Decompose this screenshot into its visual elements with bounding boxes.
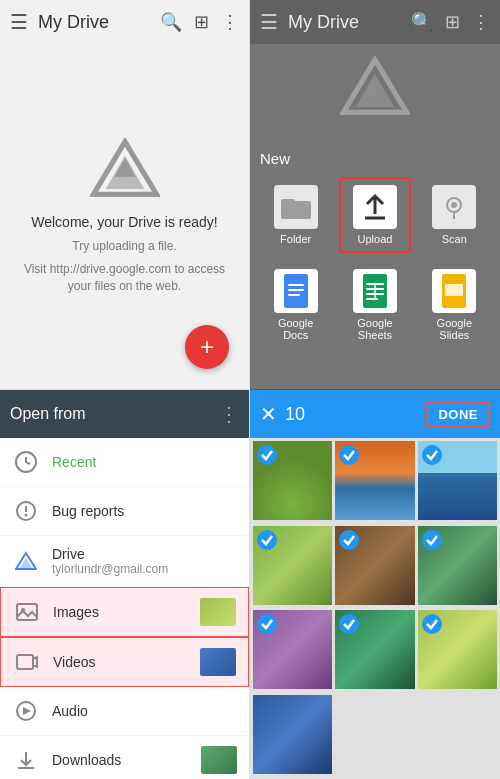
videos-info: Videos <box>53 654 196 670</box>
more-icon[interactable]: ⋮ <box>221 11 239 33</box>
photo-cell[interactable] <box>418 610 497 689</box>
svg-rect-20 <box>366 298 378 300</box>
images-info: Images <box>53 604 196 620</box>
svg-rect-15 <box>288 294 300 296</box>
photo-cell[interactable] <box>335 526 414 605</box>
svg-marker-35 <box>23 707 31 715</box>
images-thumb <box>200 598 236 626</box>
check-badge <box>257 530 277 550</box>
check-badge <box>339 614 359 634</box>
svg-rect-7 <box>281 199 295 205</box>
downloads-icon <box>12 746 40 774</box>
new-items-grid: Folder Upload Scan <box>250 173 500 359</box>
bl-title: Open from <box>10 405 219 423</box>
check-badge <box>422 614 442 634</box>
check-badge <box>422 530 442 550</box>
tr-hamburger-icon[interactable]: ☰ <box>260 10 278 34</box>
svg-marker-5 <box>365 76 386 95</box>
gslides-icon <box>432 269 476 313</box>
tr-grid-icon[interactable]: ⊞ <box>445 11 460 33</box>
tr-icons: 🔍 ⊞ ⋮ <box>411 11 490 33</box>
open-list: Recent Bug reports <box>0 438 249 779</box>
fab-button[interactable]: + <box>185 325 229 369</box>
selection-count: 10 <box>285 404 426 425</box>
photo-cell[interactable] <box>253 610 332 689</box>
folder-icon <box>274 185 318 229</box>
new-gslides-item[interactable]: Google Slides <box>419 261 490 349</box>
tl-title: My Drive <box>38 12 160 33</box>
top-left-panel: ☰ My Drive 🔍 ⊞ ⋮ Welcome, your Drive is … <box>0 0 250 390</box>
list-item[interactable]: Drive tylorlundr@gmail.com <box>0 536 249 587</box>
recent-name: Recent <box>52 454 237 470</box>
hamburger-icon[interactable]: ☰ <box>10 10 28 34</box>
downloads-info: Downloads <box>52 752 197 768</box>
audio-info: Audio <box>52 703 237 719</box>
svg-rect-14 <box>288 289 304 291</box>
check-badge <box>257 614 277 634</box>
list-item[interactable]: Bug reports <box>0 487 249 536</box>
bottom-left-panel: Open from ⋮ Recent Bug reports <box>0 390 250 779</box>
svg-rect-13 <box>288 284 304 286</box>
videos-icon <box>13 648 41 676</box>
gslides-label: Google Slides <box>425 317 484 341</box>
bug-name: Bug reports <box>52 503 237 519</box>
drive-icon <box>12 547 40 575</box>
new-gdocs-item[interactable]: Google Docs <box>260 261 331 349</box>
check-badge <box>339 530 359 550</box>
photo-cell[interactable] <box>418 526 497 605</box>
gdocs-label: Google Docs <box>266 317 325 341</box>
done-button[interactable]: DONE <box>426 401 490 428</box>
downloads-name: Downloads <box>52 752 197 768</box>
welcome-text: Welcome, your Drive is ready! <box>31 214 217 230</box>
new-upload-item[interactable]: Upload <box>339 177 410 253</box>
check-badge <box>339 445 359 465</box>
tr-more-icon[interactable]: ⋮ <box>472 11 490 33</box>
images-icon <box>13 598 41 626</box>
svg-point-27 <box>25 514 28 517</box>
list-item[interactable]: Recent <box>0 438 249 487</box>
photo-cell[interactable] <box>335 441 414 520</box>
photo-cell[interactable] <box>253 441 332 520</box>
check-badge <box>422 445 442 465</box>
new-gsheets-item[interactable]: Google Sheets <box>339 261 410 349</box>
sub-text2: Visit http://drive.google.com to access … <box>20 261 229 295</box>
scan-label: Scan <box>442 233 467 245</box>
photo-cell[interactable] <box>253 526 332 605</box>
list-item[interactable]: Audio <box>0 687 249 736</box>
br-topbar: ✕ 10 DONE <box>250 390 500 438</box>
gsheets-icon <box>353 269 397 313</box>
drive-info: Drive tylorlundr@gmail.com <box>52 546 237 576</box>
bug-info: Bug reports <box>52 503 237 519</box>
grid-view-icon[interactable]: ⊞ <box>194 11 209 33</box>
gsheets-label: Google Sheets <box>345 317 404 341</box>
photo-cell[interactable] <box>335 610 414 689</box>
drive-logo <box>90 138 160 198</box>
search-icon[interactable]: 🔍 <box>160 11 182 33</box>
svg-rect-30 <box>17 604 37 620</box>
images-name: Images <box>53 604 196 620</box>
photo-cell[interactable] <box>253 695 332 774</box>
check-badge <box>257 445 277 465</box>
list-item[interactable]: Downloads <box>0 736 249 779</box>
photo-cell[interactable] <box>418 441 497 520</box>
list-item[interactable]: Videos <box>0 637 249 687</box>
list-item[interactable]: Images <box>0 587 249 637</box>
scan-icon <box>432 185 476 229</box>
tr-topbar: ☰ My Drive 🔍 ⊞ ⋮ <box>250 0 500 44</box>
top-right-panel: ☰ My Drive 🔍 ⊞ ⋮ New Folder <box>250 0 500 390</box>
svg-marker-2 <box>114 158 135 177</box>
tr-search-icon[interactable]: 🔍 <box>411 11 433 33</box>
svg-marker-33 <box>33 657 37 667</box>
audio-name: Audio <box>52 703 237 719</box>
new-scan-item[interactable]: Scan <box>419 177 490 253</box>
bl-topbar: Open from ⋮ <box>0 390 249 438</box>
svg-rect-23 <box>445 284 463 296</box>
bug-icon <box>12 497 40 525</box>
bl-more-icon[interactable]: ⋮ <box>219 402 239 426</box>
new-folder-item[interactable]: Folder <box>260 177 331 253</box>
recent-icon <box>12 448 40 476</box>
recent-info: Recent <box>52 454 237 470</box>
close-button[interactable]: ✕ <box>260 402 277 426</box>
audio-icon <box>12 697 40 725</box>
svg-rect-32 <box>17 655 33 669</box>
